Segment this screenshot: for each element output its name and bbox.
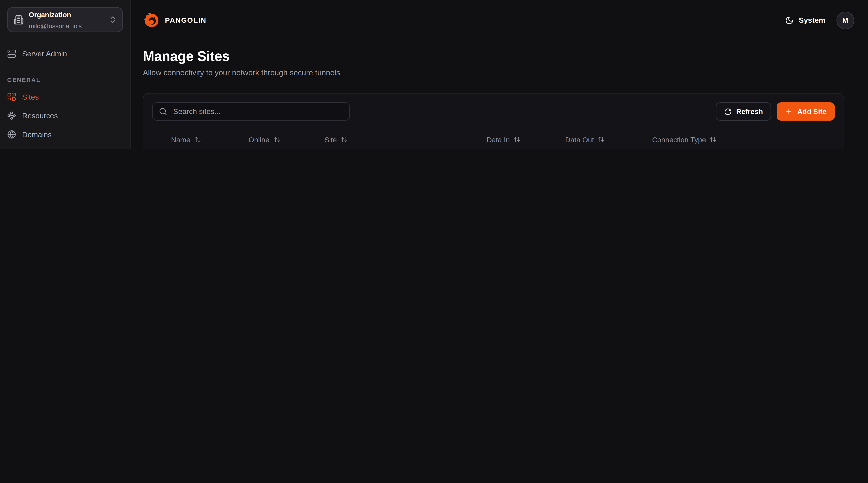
sites-toolbar: Refresh Add Site (152, 102, 835, 121)
column-header-site[interactable]: Site (316, 135, 478, 143)
sidebar-nav: Server Admin GENERAL Sites Resources Do (7, 44, 123, 149)
column-header-name[interactable]: Name (152, 135, 240, 143)
chevrons-up-down-icon (108, 15, 117, 24)
sidebar-item-label: Domains (22, 130, 52, 139)
server-icon (7, 49, 16, 58)
column-header-online[interactable]: Online (240, 135, 316, 143)
search-input[interactable] (172, 107, 343, 116)
sidebar-item-label: Sites (22, 93, 39, 101)
sort-icon (273, 136, 280, 142)
sidebar: Organization milo@fossorial.io's ... Ser… (0, 0, 131, 149)
sidebar-item-label: Resources (22, 111, 58, 120)
theme-label: System (799, 16, 825, 24)
sidebar-section-general: GENERAL (7, 76, 123, 83)
refresh-button[interactable]: Refresh (716, 102, 771, 121)
globe-icon (7, 130, 16, 139)
refresh-icon (724, 107, 732, 116)
theme-toggle[interactable]: System (785, 16, 826, 25)
sidebar-item-label: Server Admin (22, 50, 67, 58)
page-title: Manage Sites (143, 48, 856, 64)
topbar: PANGOLIN System M (131, 0, 868, 40)
waypoints-icon (7, 111, 16, 120)
org-selector-value: milo@fossorial.io's ... (29, 22, 89, 29)
sort-icon (710, 136, 716, 142)
sidebar-item-domains[interactable]: Domains (7, 125, 123, 144)
building-icon (13, 14, 24, 25)
brand-name: PANGOLIN (165, 16, 207, 24)
column-header-data-out[interactable]: Data Out (556, 135, 643, 143)
search-icon (159, 107, 167, 116)
sidebar-item-resources[interactable]: Resources (7, 106, 123, 125)
sort-icon (514, 136, 520, 142)
search-box (152, 102, 350, 121)
plus-icon (785, 107, 793, 116)
pangolin-logo-icon (143, 12, 160, 29)
table-header: Name Online Site Data In Data Out (152, 129, 835, 149)
sidebar-item-sites[interactable]: Sites (7, 88, 123, 106)
app-window: Organization milo@fossorial.io's ... Ser… (0, 0, 868, 149)
avatar-initial: M (842, 16, 848, 24)
main-area: PANGOLIN System M Manage Sites Allow con… (131, 0, 868, 149)
page-header: Manage Sites Allow connectivity to your … (131, 48, 868, 77)
add-site-button[interactable]: Add Site (777, 102, 835, 121)
sort-icon (341, 136, 347, 142)
org-selector[interactable]: Organization milo@fossorial.io's ... (7, 7, 123, 32)
moon-icon (785, 16, 794, 25)
avatar[interactable]: M (836, 11, 854, 29)
sites-card: Refresh Add Site Name Online (143, 93, 844, 149)
sidebar-item-server-admin[interactable]: Server Admin (7, 44, 123, 63)
page-subtitle: Allow connectivity to your network throu… (143, 68, 856, 77)
column-header-connection-type[interactable]: Connection Type (643, 135, 739, 143)
sort-icon (194, 136, 201, 142)
column-header-data-in[interactable]: Data In (478, 135, 556, 143)
sort-icon (598, 136, 604, 142)
brand: PANGOLIN (143, 12, 207, 29)
combine-icon (7, 93, 16, 101)
org-selector-label: Organization (29, 11, 71, 19)
